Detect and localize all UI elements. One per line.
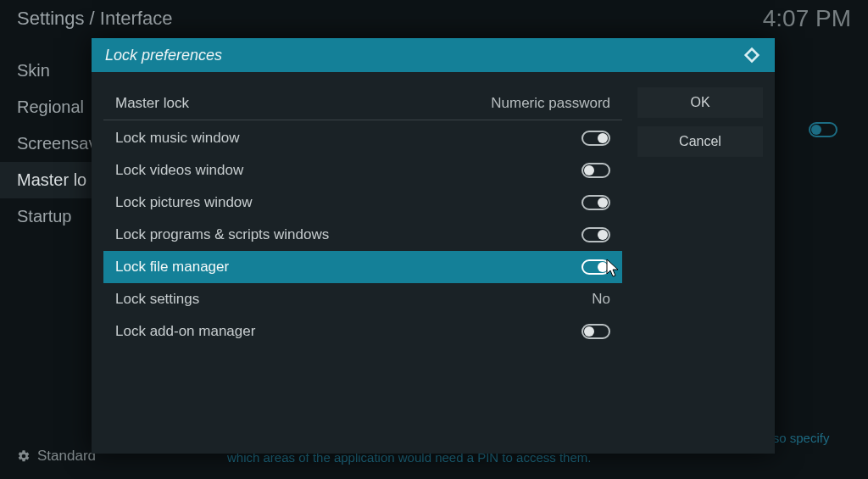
setting-value: Numeric password <box>491 95 610 112</box>
clock: 4:07 PM <box>763 5 851 32</box>
setting-label: Lock file manager <box>115 259 229 276</box>
setting-label: Lock settings <box>115 291 199 308</box>
toggle-icon[interactable] <box>581 259 610 275</box>
setting-lock-settings[interactable]: Lock settings No <box>103 283 622 315</box>
setting-label: Lock videos window <box>115 162 243 179</box>
setting-lock-pictures[interactable]: Lock pictures window <box>103 187 622 219</box>
setting-label: Lock music window <box>115 130 239 147</box>
setting-label: Lock add-on manager <box>115 323 255 340</box>
toggle-icon[interactable] <box>581 163 610 178</box>
setting-master-lock[interactable]: Master lock Numeric password <box>103 87 622 120</box>
setting-lock-addon-manager[interactable]: Lock add-on manager <box>103 315 622 348</box>
toggle-icon[interactable] <box>581 195 610 210</box>
settings-level-label: Standard <box>37 448 96 465</box>
kodi-logo-icon <box>743 46 761 64</box>
breadcrumb: Settings / Interface <box>17 8 172 30</box>
setting-lock-programs[interactable]: Lock programs & scripts windows <box>103 219 622 251</box>
setting-lock-file-manager[interactable]: Lock file manager <box>103 251 622 283</box>
setting-lock-music[interactable]: Lock music window <box>103 122 622 154</box>
background-toggle <box>809 122 837 137</box>
lock-preferences-dialog: Lock preferences Master lock Numeric pas… <box>92 38 775 454</box>
gear-icon <box>17 449 31 463</box>
dialog-header: Lock preferences <box>92 38 775 72</box>
setting-label: Lock pictures window <box>115 194 253 211</box>
setting-value: No <box>592 291 610 308</box>
toggle-icon[interactable] <box>581 324 610 339</box>
settings-level[interactable]: Standard <box>17 448 96 465</box>
cancel-button[interactable]: Cancel <box>637 126 763 157</box>
setting-lock-videos[interactable]: Lock videos window <box>103 154 622 187</box>
settings-list: Master lock Numeric password Lock music … <box>103 87 622 442</box>
ok-button[interactable]: OK <box>637 87 763 118</box>
toggle-icon[interactable] <box>581 131 610 146</box>
dialog-title: Lock preferences <box>105 47 222 64</box>
toggle-icon[interactable] <box>581 227 610 242</box>
setting-label: Master lock <box>115 95 189 112</box>
setting-label: Lock programs & scripts windows <box>115 226 329 243</box>
